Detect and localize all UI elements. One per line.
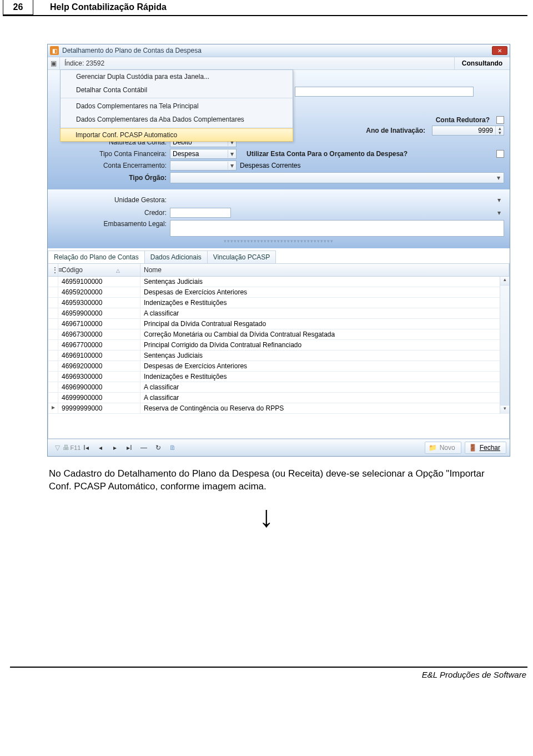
- form-area-lower: Unidade Gestora: ▾ Credor: ▾ Embasamento…: [48, 189, 510, 248]
- row-marker: [48, 298, 58, 308]
- grid: ⋮≡ Código△ Nome 46959100000Sentenças Jud…: [48, 263, 510, 439]
- row-marker: [48, 340, 58, 350]
- nav-next-icon[interactable]: ▸: [109, 443, 121, 453]
- context-menu: Gerenciar Dupla Custódia para esta Janel…: [60, 69, 293, 142]
- folder-icon: 📁: [429, 444, 437, 452]
- document-icon[interactable]: 🗎: [167, 443, 179, 453]
- scroll-up-icon[interactable]: ▴: [500, 277, 509, 286]
- novo-button[interactable]: 📁Novo: [425, 442, 461, 454]
- tab-dados-adicionais[interactable]: Dados Adicionais: [144, 251, 208, 263]
- grid-header-nome[interactable]: Nome: [140, 264, 509, 276]
- table-row[interactable]: 46969100000Sentenças Judiciais: [48, 351, 509, 361]
- table-row[interactable]: 46969900000A classificar: [48, 382, 509, 393]
- table-row[interactable]: 46967100000Principal da Dívida Contratua…: [48, 319, 509, 329]
- credor-label: Credor:: [53, 209, 170, 217]
- utilizar-label: Utilizar Esta Conta Para o Orçamento da …: [247, 150, 411, 158]
- cell-nome: A classificar: [140, 393, 509, 403]
- bottom-toolbar: ▽ 🖶F11 I◂ ◂ ▸ ▸I — ↻ 🗎 📁Novo 🚪 Fechar: [48, 439, 510, 456]
- menu-item-dupla-custodia[interactable]: Gerenciar Dupla Custódia para esta Janel…: [61, 70, 293, 83]
- cell-nome: Reserva de Contingência ou Reserva do RP…: [140, 403, 509, 413]
- utilizar-checkbox[interactable]: [496, 150, 504, 158]
- menu-item-dados-principal[interactable]: Dados Complementares na Tela Principal: [61, 99, 293, 113]
- cell-codigo: 46967300000: [58, 329, 140, 339]
- tab-vinculacao-pcasp[interactable]: Vinculação PCASP: [207, 251, 276, 263]
- conta-encerramento-select[interactable]: ▾: [170, 161, 237, 171]
- resize-grip[interactable]: ▾▾▾▾▾▾▾▾▾▾▾▾▾▾▾▾▾▾▾▾▾▾▾▾▾▾▾▾▾▾▾▾▾: [53, 238, 504, 244]
- cell-codigo: 46967100000: [58, 319, 140, 329]
- table-row[interactable]: 46959900000A classificar: [48, 308, 509, 319]
- cell-codigo: 46959100000: [58, 277, 140, 287]
- conta-encerramento-label: Conta Encerramento:: [53, 162, 170, 169]
- nav-first-icon[interactable]: I◂: [80, 443, 92, 453]
- cell-codigo: 99999999000: [58, 403, 140, 413]
- cell-nome: Sentenças Judiciais: [140, 277, 509, 287]
- cell-nome: Despesas de Exercícios Anteriores: [140, 361, 509, 371]
- cell-codigo: 46959200000: [58, 287, 140, 297]
- tipo-financeira-select[interactable]: Despesa▾: [170, 149, 237, 159]
- credor-code-input[interactable]: [170, 208, 231, 218]
- index-label: Índice: 23592: [60, 57, 454, 69]
- status-label: Consultando: [454, 57, 510, 69]
- remove-icon[interactable]: —: [138, 443, 150, 453]
- row-marker: [48, 361, 58, 371]
- cell-codigo: 46967700000: [58, 340, 140, 350]
- filter-icon[interactable]: ▽: [51, 443, 63, 453]
- table-row[interactable]: 46967700000Principal Corrigido da Dívida…: [48, 340, 509, 351]
- cell-codigo: 46959900000: [58, 308, 140, 318]
- index-icon[interactable]: ▣: [48, 57, 60, 69]
- conta-redutora-label: Conta Redutora?: [436, 116, 493, 124]
- credor-select[interactable]: ▾: [233, 207, 504, 218]
- field-rpps[interactable]: [295, 87, 474, 97]
- conta-redutora-checkbox[interactable]: [496, 116, 504, 124]
- cell-codigo: 46959300000: [58, 298, 140, 308]
- cell-nome: Indenizações e Restituições: [140, 372, 509, 382]
- page-number: 26: [3, 0, 33, 15]
- close-button[interactable]: ✕: [492, 46, 507, 55]
- menu-item-importar-pcasp[interactable]: Importar Conf. PCASP Automatico: [60, 128, 293, 142]
- nav-prev-icon[interactable]: ◂: [94, 443, 107, 453]
- table-row[interactable]: ▸99999999000Reserva de Contingência ou R…: [48, 403, 509, 414]
- app-window: ◧ Detalhamento do Plano de Contas da Des…: [47, 44, 510, 457]
- embasamento-label: Embasamento Legal:: [53, 220, 170, 228]
- nav-last-icon[interactable]: ▸I: [123, 443, 135, 453]
- menu-item-detalhar-conta[interactable]: Detalhar Conta Contábil: [61, 83, 293, 97]
- menu-item-dados-aba[interactable]: Dados Complementares da Aba Dados Comple…: [61, 113, 293, 126]
- footer-text: E&L Produções de Software: [10, 667, 527, 679]
- print-icon[interactable]: 🖶F11: [66, 443, 78, 453]
- cell-nome: Sentenças Judiciais: [140, 351, 509, 361]
- header-title: Help Contabilização Rápida: [33, 0, 167, 15]
- table-row[interactable]: 46959300000Indenizações e Restituições: [48, 298, 509, 308]
- embasamento-input[interactable]: [170, 220, 504, 237]
- scroll-down-icon[interactable]: ▾: [500, 405, 509, 414]
- unidade-gestora-select[interactable]: ▾: [170, 194, 504, 206]
- row-marker: [48, 319, 58, 329]
- index-row: ▣ Índice: 23592 Consultando Gerenciar Du…: [48, 57, 510, 70]
- table-row[interactable]: 46999900000A classificar: [48, 393, 509, 403]
- refresh-icon[interactable]: ↻: [152, 443, 164, 453]
- table-row[interactable]: 46959100000Sentenças Judiciais: [48, 277, 509, 287]
- row-marker: [48, 287, 58, 297]
- grid-body: 46959100000Sentenças Judiciais4695920000…: [48, 277, 509, 414]
- grid-scrollbar[interactable]: ▴ ▾: [500, 277, 509, 414]
- cell-nome: Despesas de Exercícios Anteriores: [140, 287, 509, 297]
- row-marker: [48, 382, 58, 392]
- door-icon: 🚪: [469, 444, 477, 452]
- row-marker: [48, 308, 58, 318]
- unidade-gestora-label: Unidade Gestora:: [53, 196, 170, 204]
- tipo-orgao-label: Tipo Órgão:: [53, 174, 170, 182]
- table-row[interactable]: 46959200000Despesas de Exercícios Anteri…: [48, 287, 509, 298]
- row-marker: [48, 351, 58, 361]
- cell-codigo: 46969200000: [58, 361, 140, 371]
- cell-nome: A classificar: [140, 382, 509, 392]
- tab-relacao[interactable]: Relação do Plano de Contas: [48, 251, 145, 263]
- cell-nome: Principal da Dívida Contratual Resgatado: [140, 319, 509, 329]
- scroll-thumb[interactable]: [500, 286, 509, 405]
- table-row[interactable]: 46967300000Correção Monetária ou Cambial…: [48, 329, 509, 340]
- table-row[interactable]: 46969200000Despesas de Exercícios Anteri…: [48, 361, 509, 372]
- table-row[interactable]: 46969300000Indenizações e Restituições: [48, 372, 509, 382]
- fechar-button[interactable]: 🚪 Fechar: [465, 442, 506, 454]
- grid-header-codigo[interactable]: Código△: [58, 264, 140, 276]
- tipo-orgao-select[interactable]: ▾: [170, 172, 504, 183]
- grid-header-selector[interactable]: ⋮≡: [48, 264, 58, 276]
- ano-inativacao-input[interactable]: 9999▴▾: [432, 126, 504, 136]
